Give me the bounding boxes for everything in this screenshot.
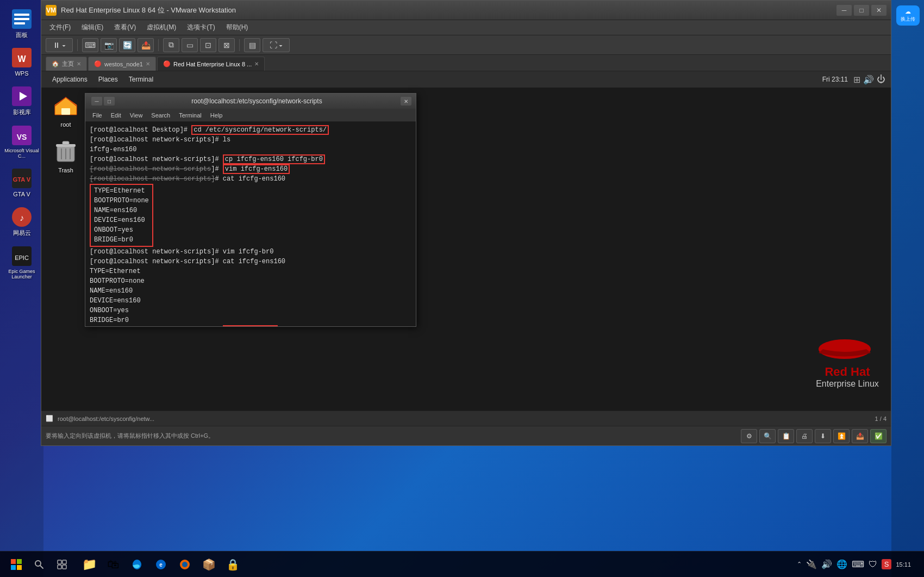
taskbar-firefox[interactable] — [174, 554, 196, 575]
tab-rhel-label: Red Hat Enterprise Linux 8 ... — [173, 61, 252, 67]
taskbar-explorer[interactable]: 📁 — [78, 554, 100, 575]
rhel-places-menu[interactable]: Places — [93, 76, 123, 83]
bottom-btn-3[interactable]: 📋 — [778, 429, 794, 443]
terminal-minimize[interactable]: ─ — [91, 97, 102, 106]
close-button[interactable]: ✕ — [871, 5, 886, 16]
taskbar-app6[interactable]: 📦 — [198, 554, 220, 575]
tray-icon-sougou[interactable]: S — [882, 559, 892, 569]
taskbar-store[interactable]: 🛍 — [102, 554, 124, 575]
svg-text:EPIC: EPIC — [15, 255, 29, 261]
sidebar-item-gta[interactable]: GTA V GTA V — [2, 165, 41, 201]
term-menu-edit[interactable]: Edit — [107, 110, 126, 120]
home-folder-icon — [53, 93, 79, 119]
bottom-btn-4[interactable]: 🖨 — [796, 429, 813, 443]
svg-rect-3 — [14, 22, 25, 24]
term-menu-help[interactable]: Help — [206, 110, 227, 120]
console-view-button[interactable]: ▤ — [244, 38, 260, 52]
menu-edit[interactable]: 编辑(E) — [76, 21, 109, 34]
rhel-applications-menu[interactable]: Applications — [47, 76, 93, 83]
sidebar-item-netease[interactable]: ♪ 网易云 — [2, 203, 41, 239]
tray-icon-4[interactable]: ⌨ — [852, 559, 864, 569]
full-width-button[interactable]: ▭ — [182, 38, 198, 52]
vmware-window: VM Red Hat Enterprise Linux 8 64 位 - VMw… — [41, 0, 891, 446]
desktop: 面板 W WPS 影视库 V — [0, 0, 924, 577]
sidebar-item-visual[interactable]: VS Microsoft Visual C... — [2, 122, 41, 163]
minimize-button[interactable]: ─ — [836, 5, 852, 16]
bottom-btn-1[interactable]: ⚙ — [741, 429, 757, 443]
gta-icon: GTA V — [11, 167, 33, 189]
maximize-button[interactable]: □ — [854, 5, 869, 16]
trash-icon-label: Trash — [58, 167, 73, 173]
term-menu-terminal[interactable]: Terminal — [174, 110, 206, 120]
menu-file[interactable]: 文件(F) — [44, 21, 76, 34]
taskbar-time: 15:11 — [896, 561, 911, 568]
sidebar-item-wps[interactable]: W WPS — [2, 44, 41, 80]
terminal-menubar: File Edit View Search Terminal Help — [85, 109, 416, 122]
tab-home-close[interactable]: ✕ — [77, 61, 81, 67]
tab-westos[interactable]: 🔴 westos_node1 ✕ — [88, 57, 156, 71]
split-view-button[interactable]: ⧉ — [163, 38, 179, 52]
rhel-terminal-menu[interactable]: Terminal — [123, 76, 159, 83]
share-button[interactable]: 📤 — [138, 38, 154, 52]
menu-vm[interactable]: 虚拟机(M) — [141, 21, 182, 34]
tray-icon-5[interactable]: 🛡 — [869, 560, 877, 569]
tab-home-icon: 🏠 — [52, 60, 59, 67]
tray-icon-2[interactable]: 🔊 — [821, 559, 832, 569]
rhel-desktop-icons: root Trash — [47, 93, 85, 173]
task-view-button[interactable] — [51, 554, 73, 575]
sidebar-item-panel[interactable]: 面板 — [2, 5, 41, 41]
terminal-maximize[interactable]: □ — [104, 97, 115, 106]
pause-button[interactable]: ⏸ ▾ — [46, 38, 73, 52]
rhel-tray: ⊞ 🔊 ⏻ — [853, 75, 885, 85]
sidebar-item-media[interactable]: 影视库 — [2, 83, 41, 119]
tray-arrow[interactable]: ⌃ — [797, 561, 802, 568]
taskbar-ie[interactable]: e — [150, 554, 172, 575]
taskbar-clock[interactable]: 15:11 — [896, 561, 911, 568]
fullscreen-button[interactable]: ⛶ ▾ — [263, 38, 290, 52]
bottom-btn-6[interactable]: ⏫ — [833, 429, 850, 443]
tray-icon-1[interactable]: 🔌 — [806, 559, 817, 569]
right-sidebar-cloud[interactable]: ☁ 换上传 — [896, 5, 920, 26]
menu-help[interactable]: 帮助(H) — [221, 21, 254, 34]
term-menu-view[interactable]: View — [126, 110, 147, 120]
bottom-btn-8[interactable]: ✅ — [870, 429, 886, 443]
tab-westos-close[interactable]: ✕ — [146, 61, 150, 67]
taskbar-app7[interactable]: 🔒 — [222, 554, 244, 575]
terminal-close[interactable]: ✕ — [401, 97, 411, 106]
terminal-window[interactable]: ─ □ root@localhost:/etc/sysconfig/networ… — [85, 93, 416, 327]
rhel-root-icon[interactable]: root — [47, 93, 85, 128]
bottom-btn-5[interactable]: ⬇ — [815, 429, 831, 443]
tray-icon-3[interactable]: 🌐 — [836, 559, 847, 569]
bottom-btn-7[interactable]: 📤 — [852, 429, 868, 443]
rhel-trash-icon[interactable]: Trash — [47, 139, 85, 173]
rhel-clock: Fri 23:11 — [822, 76, 848, 83]
noisy-button[interactable]: ⊠ — [218, 38, 235, 52]
search-taskbar-button[interactable] — [28, 554, 50, 575]
volume-icon[interactable]: 🔊 — [863, 75, 874, 85]
tab-home[interactable]: 🏠 主页 ✕ — [46, 57, 87, 71]
statusbar-path: root@localhost:/etc/sysconfig/netw... — [58, 415, 154, 422]
taskbar-edge[interactable] — [126, 554, 148, 575]
menu-view[interactable]: 查看(V) — [109, 21, 141, 34]
statusbar-page: 1 / 4 — [875, 415, 886, 422]
term-menu-file[interactable]: File — [88, 110, 107, 120]
tab-rhel[interactable]: 🔴 Red Hat Enterprise Linux 8 ... ✕ — [157, 57, 265, 71]
panel-icon — [11, 8, 33, 30]
menu-options[interactable]: 选项卡(T) — [182, 21, 220, 34]
snapshot-button[interactable]: 🔄 — [119, 38, 135, 52]
unity-button[interactable]: ⊡ — [200, 38, 216, 52]
windows-start-button[interactable] — [5, 554, 27, 575]
tab-rhel-close[interactable]: ✕ — [254, 61, 259, 67]
snap-button[interactable]: 📷 — [101, 38, 117, 52]
terminal-titlebar: ─ □ root@localhost:/etc/sysconfig/networ… — [85, 94, 416, 109]
sidebar-item-epic[interactable]: EPIC Epic Games Launcher — [2, 243, 41, 283]
trash-folder-icon — [53, 139, 79, 165]
network-icon[interactable]: ⊞ — [853, 75, 860, 85]
svg-line-29 — [40, 566, 43, 568]
terminal-content[interactable]: [root@localhost Desktop]# cd /etc/syscon… — [85, 122, 416, 326]
term-menu-search[interactable]: Search — [147, 110, 174, 120]
rhel-desktop[interactable]: Applications Places Terminal Fri 23:11 ⊞… — [41, 71, 891, 411]
power-icon[interactable]: ⏻ — [877, 75, 885, 85]
send-ctrlaltdel-button[interactable]: ⌨ — [82, 38, 98, 52]
bottom-btn-2[interactable]: 🔍 — [759, 429, 776, 443]
